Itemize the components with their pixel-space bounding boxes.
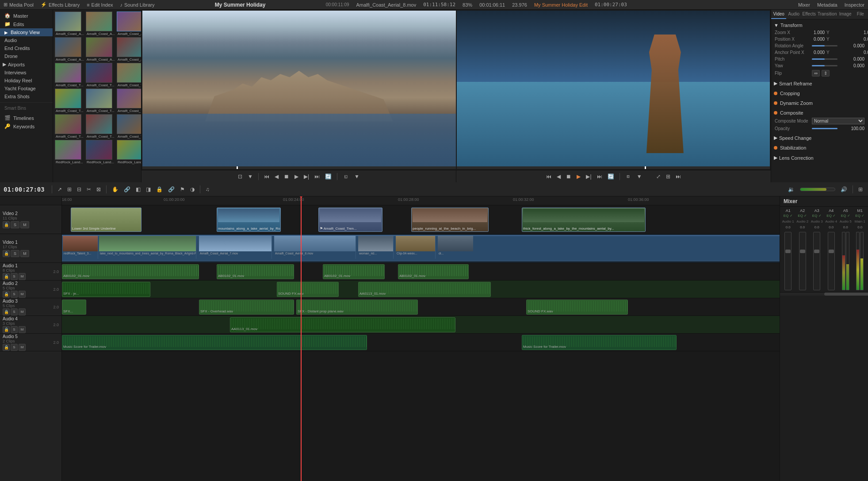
sound-library-btn[interactable]: ♪ Sound Library <box>120 2 155 8</box>
media-thumb-selected[interactable] <box>117 12 141 31</box>
source-prev-frame-btn[interactable]: ◀ <box>273 173 280 181</box>
tl-fullscreen-btn[interactable]: ⤢ <box>654 173 662 181</box>
transform-header[interactable]: ▼ Transform <box>773 21 866 29</box>
source-next-mark-btn[interactable]: ⏭ <box>313 173 321 181</box>
inspector-tab-transition[interactable]: Transition <box>817 10 838 19</box>
smart-reframe-header[interactable]: ▶ Smart Reframe <box>773 79 866 88</box>
flip-v-btn[interactable]: ⇕ <box>822 70 830 77</box>
media-thumb[interactable] <box>86 140 112 160</box>
list-item[interactable]: Amalfi_Coast_T... <box>117 114 141 139</box>
a5-solo-btn[interactable]: S <box>11 344 18 351</box>
inspector-tab-effects[interactable]: Effects <box>802 10 817 19</box>
a4-mute-btn[interactable]: M <box>19 326 26 333</box>
v1-clip-amalfi8[interactable]: Amalfi_Coast_Aerial_8.mov <box>274 236 356 259</box>
timeline-playhead[interactable] <box>645 166 646 169</box>
media-thumb[interactable] <box>117 140 141 160</box>
media-thumb[interactable] <box>55 114 81 134</box>
erase-tool-btn[interactable]: ⊠ <box>95 185 103 193</box>
a5-lock-btn[interactable]: 🔒 <box>3 344 10 351</box>
sidebar-item-airports[interactable]: ▶ Airports <box>0 60 53 69</box>
a4-lock-btn[interactable]: 🔒 <box>3 326 10 333</box>
mark-out-btn[interactable]: ◨ <box>144 185 153 193</box>
media-thumb[interactable] <box>86 63 112 83</box>
sidebar-item-balcony[interactable]: ▶ Balcony View <box>0 28 53 36</box>
list-item[interactable]: Amalfi_Coast_A... <box>55 37 85 62</box>
scrollbar-thumb[interactable] <box>824 292 868 296</box>
tl-flag-btn[interactable]: ⏭ <box>674 173 683 181</box>
opacity-slider[interactable] <box>812 128 837 129</box>
mixer-eq-a1[interactable]: EQ ✓ <box>781 214 795 218</box>
sidebar-item-keywords[interactable]: 🔑 Keywords <box>0 122 53 131</box>
source-info-btn[interactable]: ▼ <box>246 173 255 181</box>
select-tool-btn[interactable]: ↗ <box>56 185 64 193</box>
a1-clip-3[interactable]: AB0102_01.mov <box>323 264 385 279</box>
trim-tool-btn[interactable]: ⊞ <box>65 185 73 193</box>
mixer-fader-a2[interactable] <box>799 232 806 290</box>
tl-play-btn[interactable]: ▶ <box>575 173 582 181</box>
source-prev-mark-btn[interactable]: ⏮ <box>262 173 271 181</box>
list-item[interactable]: Amalfi_Coast_A... <box>86 37 116 62</box>
a5-clip-music1[interactable]: Music Score for Trailer.mov <box>62 335 367 350</box>
v2-lock-btn[interactable]: 🔒 <box>3 221 10 228</box>
source-zoom-btn[interactable]: ⊡ <box>236 173 244 181</box>
media-thumb[interactable] <box>86 37 112 57</box>
a2-lock-btn[interactable]: 🔒 <box>3 291 10 298</box>
timeline-timebar[interactable] <box>457 166 770 169</box>
vol-up-btn[interactable]: 🔊 <box>839 185 849 193</box>
effects-library-btn[interactable]: ⚡ Effects Library <box>41 2 80 8</box>
media-thumb[interactable] <box>55 12 81 31</box>
v1-clip-bar[interactable]: redRock_Talent_3... lake_next_to_mountai… <box>62 235 780 261</box>
a3-lock-btn[interactable]: 🔒 <box>3 308 10 316</box>
source-viewer[interactable] <box>142 11 456 169</box>
slice-tool-btn[interactable]: ✂ <box>85 185 93 193</box>
list-item[interactable]: RedRock_Land... <box>55 140 85 165</box>
link-btn[interactable]: 🔗 <box>166 185 176 193</box>
snap-btn[interactable]: 🔒 <box>154 185 164 193</box>
cropping-header[interactable]: Cropping <box>773 89 866 97</box>
inspector-btn[interactable]: Inspector <box>845 2 864 8</box>
edit-index-btn[interactable]: ≡ Edit Index <box>87 2 113 8</box>
mixer-eq-a5[interactable]: EQ ✓ <box>838 214 853 218</box>
composite-header[interactable]: Composite <box>773 109 866 117</box>
mark-in-btn[interactable]: ◧ <box>134 185 142 193</box>
a1-clip-4[interactable]: AB0102_01.mov <box>398 264 469 279</box>
list-item[interactable]: Amalfi_Coast_T... <box>86 89 116 113</box>
dynamic-trim-btn[interactable]: ⊟ <box>75 185 83 193</box>
dynamic-zoom-header[interactable]: Dynamic Zoom <box>773 99 866 107</box>
list-item[interactable]: Amalfi_Coast_A... <box>117 12 141 36</box>
sidebar-item-yacht[interactable]: Yacht Footage <box>0 85 53 92</box>
clip-mountains[interactable]: mountains_along_a_lake_aerial_by_Roma... <box>217 208 281 232</box>
sidebar-item-master[interactable]: 🏠 Master <box>0 12 53 20</box>
list-item[interactable]: RedRock_Land... <box>86 140 116 165</box>
sidebar-item-edits[interactable]: 📁 Edits <box>0 20 53 28</box>
a1-mute-btn[interactable]: M <box>19 273 26 280</box>
mixer-eq-a2[interactable]: EQ ✓ <box>795 214 810 218</box>
source-marker-btn[interactable]: ▼ <box>352 173 361 181</box>
tl-prev-frame-btn[interactable]: ◀ <box>555 173 562 181</box>
mixer-fader-a4[interactable] <box>828 232 835 290</box>
source-timebar[interactable] <box>142 166 456 169</box>
v1-clip-redrock[interactable]: redRock_Talent_3... <box>63 236 98 259</box>
list-item[interactable]: Amalfi_Coast_T... <box>55 63 85 88</box>
inspector-tab-video[interactable]: Video <box>771 10 786 19</box>
clip-forest[interactable]: thick_forest_along_a_lake_by_the_mountai… <box>522 208 646 232</box>
list-item[interactable]: Amalfi_Coast_T... <box>55 89 85 113</box>
composite-mode-select[interactable]: Normal <box>812 118 864 124</box>
stabilization-header[interactable]: Stabilization <box>773 144 866 152</box>
media-thumb[interactable] <box>86 114 112 134</box>
sidebar-item-timelines[interactable]: 🎬 Timelines <box>0 114 53 122</box>
metadata-btn[interactable]: Metadata <box>817 2 837 8</box>
mixer-fader-a3[interactable] <box>813 232 820 290</box>
a2-solo-btn[interactable]: S <box>11 291 18 298</box>
v2-mute-btn[interactable]: M <box>20 221 29 228</box>
a3-clip-distant[interactable]: SFX - Distant prop plane.wav <box>296 300 418 315</box>
mixer-fader-a1[interactable] <box>784 232 792 290</box>
full-screen-tl-btn[interactable]: ⊞ <box>857 185 864 193</box>
flip-h-btn[interactable]: ⇔ <box>812 70 820 77</box>
a2-clip-sfx[interactable]: SFX - je... <box>62 282 150 297</box>
a3-clip-overhead[interactable]: SFX - Overhead.wav <box>199 300 294 315</box>
a5-mute-btn[interactable]: M <box>19 344 26 351</box>
inspector-tab-file[interactable]: File <box>853 10 868 19</box>
tl-pip-btn[interactable]: ⊞ <box>664 173 672 181</box>
a3-mute-btn[interactable]: M <box>19 308 26 316</box>
